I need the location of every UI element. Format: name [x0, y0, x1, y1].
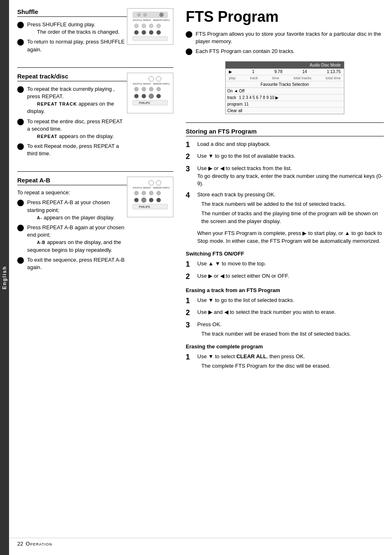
divider-fts	[186, 122, 384, 123]
sidebar: English	[0, 0, 9, 555]
label-total-tracks: total tracks	[293, 76, 311, 80]
fts-fav-title: Favourite Tracks Selection	[226, 81, 344, 88]
fts-screen-data-row: ▶ 1 9.78 14 1:13.75	[226, 69, 344, 75]
bullet-icon	[17, 257, 24, 264]
fts-time: 9.78	[274, 69, 282, 74]
divider-1	[17, 67, 173, 68]
step-text: Use ▲ ▼ to move to the top.	[197, 260, 384, 268]
svg-point-15	[157, 30, 161, 35]
fts-program-title: FTS Program	[186, 8, 384, 25]
svg-point-14	[149, 30, 153, 35]
svg-point-2	[143, 13, 147, 16]
svg-point-43	[134, 198, 138, 202]
svg-text:REPEAT: REPEAT	[143, 187, 151, 189]
step-text: Use ▼ to select CLEAR ALL, then press OK…	[197, 353, 384, 370]
erasing-track-steps: 1 Use ▼ to go to the list of selected tr…	[186, 297, 384, 338]
switching-title: Switching FTS ON/OFF	[186, 251, 384, 257]
list-item: 2 Use ▶ and ◀ to select the track number…	[186, 309, 384, 318]
footer: 22 Operation	[9, 538, 392, 547]
label-total-time: total time	[325, 76, 341, 80]
footer-page-number: 22	[17, 541, 23, 547]
fts-program-row: program 11	[226, 101, 344, 108]
svg-text:REPEAT: REPEAT	[143, 83, 151, 85]
bullet-icon	[17, 39, 24, 46]
shuffle-device-svg: SHUFFLE REPEAT MEMORY DISPLAY	[131, 11, 170, 42]
svg-text:PHILIPS: PHILIPS	[139, 101, 150, 104]
step-number: 2	[186, 309, 197, 318]
repeat-device-image: SHUFFLE REPEAT MEMORY DISPLAY	[127, 73, 173, 113]
svg-point-41	[149, 191, 153, 195]
repeat-device-svg: SHUFFLE REPEAT MEMORY DISPLAY	[131, 76, 170, 111]
svg-point-12	[134, 30, 138, 35]
list-item: To repeat the entire disc, press REPEAT …	[17, 118, 127, 140]
svg-point-27	[134, 94, 138, 98]
repeat-ab-title: Repeat A-B	[17, 177, 127, 185]
list-item: Press REPEAT A-B at your chosen starting…	[17, 199, 127, 221]
fts-track-num: 1	[252, 69, 255, 74]
storing-steps: 1 Load a disc and stop playback. 2 Use ▼…	[186, 140, 384, 245]
svg-text:SHUFFLE: SHUFFLE	[133, 83, 142, 85]
step-number: 2	[186, 272, 197, 281]
step-number: 3	[186, 321, 197, 330]
fts-program-label: program	[227, 102, 242, 106]
svg-point-33	[149, 180, 154, 185]
list-item: 2 Use ▼ to go to the list of available t…	[186, 152, 384, 161]
item-text: Press REPEAT A-B again at your chosen en…	[27, 224, 127, 254]
list-item: 1 Use ▼ to go to the list of selected tr…	[186, 297, 384, 306]
svg-point-24	[142, 87, 146, 91]
item-text: To return to normal play, press SHUFFLE …	[27, 38, 127, 53]
erasing-complete-section: Erasing the complete program 1 Use ▼ to …	[186, 343, 384, 370]
item-text: To repeat the track currently playing , …	[27, 85, 127, 115]
fts-total-tracks: 14	[302, 69, 307, 74]
list-item: 1 Load a disc and stop playback.	[186, 140, 384, 150]
step-number: 2	[186, 152, 197, 161]
svg-point-13	[142, 30, 146, 35]
fts-on-off-row: On ◄ Off	[226, 88, 344, 94]
bullet-icon	[186, 48, 192, 55]
svg-rect-31	[133, 100, 168, 105]
item-text: To repeat the entire disc, press REPEAT …	[27, 118, 127, 140]
svg-point-25	[149, 87, 153, 91]
svg-point-39	[134, 191, 138, 195]
svg-text:DISPLAY: DISPLAY	[163, 19, 170, 21]
svg-text:MEMORY: MEMORY	[153, 19, 163, 21]
svg-point-28	[142, 94, 146, 98]
item-text: Each FTS Program can contain 20 tracks.	[196, 48, 384, 55]
shuffle-section: Shuffle Press SHUFFLE during play. The o…	[17, 8, 173, 59]
svg-text:MEMORY: MEMORY	[153, 83, 163, 85]
svg-point-18	[156, 76, 161, 81]
svg-point-26	[157, 87, 161, 91]
bullet-icon	[17, 200, 24, 206]
list-item: 1 Use ▲ ▼ to move to the top.	[186, 260, 384, 269]
step-number: 1	[186, 297, 197, 306]
item-text: Press REPEAT A-B at your chosen starting…	[27, 199, 127, 221]
svg-text:MEMORY: MEMORY	[153, 187, 163, 189]
sidebar-label: English	[2, 266, 7, 289]
shuffle-device-image: SHUFFLE REPEAT MEMORY DISPLAY	[127, 8, 173, 45]
svg-point-34	[156, 180, 161, 185]
svg-point-42	[157, 191, 161, 195]
repeat-ab-device-image: SHUFFLE REPEAT MEMORY DISPLAY	[127, 177, 173, 217]
shuffle-bullet-list: Press SHUFFLE during play. The order of …	[17, 21, 127, 53]
svg-point-44	[141, 198, 146, 203]
repeat-ab-intro: To repeat a sequence:	[17, 189, 127, 196]
switching-steps: 1 Use ▲ ▼ to move to the top. 2 Use ▶ or…	[186, 260, 384, 281]
svg-point-9	[142, 24, 146, 28]
repeat-ab-list: Press REPEAT A-B at your chosen starting…	[17, 199, 127, 271]
list-item: 3 Use ▶ or ◀ to select tracks from the l…	[186, 165, 384, 188]
divider-2	[17, 171, 173, 172]
svg-point-40	[142, 191, 146, 195]
erasing-complete-steps: 1 Use ▼ to select CLEAR ALL, then press …	[186, 353, 384, 370]
svg-text:PHILIPS: PHILIPS	[139, 205, 150, 208]
storing-title: Storing an FTS Program	[186, 128, 384, 136]
repeat-track-list: To repeat the track currently playing , …	[17, 85, 127, 158]
item-text: To exit the sequence, press REPEAT A-B a…	[27, 256, 127, 271]
item-text: FTS Program allows you to store your fav…	[196, 30, 384, 45]
fts-screen-labels-row: play track time total tracks total time	[226, 75, 344, 81]
svg-text:SHUFFLE: SHUFFLE	[133, 187, 142, 189]
svg-point-11	[157, 24, 161, 28]
bullet-icon	[17, 86, 24, 93]
svg-point-30	[157, 94, 161, 98]
repeat-ab-section: Repeat A-B To repeat a sequence: Press R…	[17, 177, 173, 277]
list-item: 4 Store each track by pressing OK. The t…	[186, 191, 384, 245]
